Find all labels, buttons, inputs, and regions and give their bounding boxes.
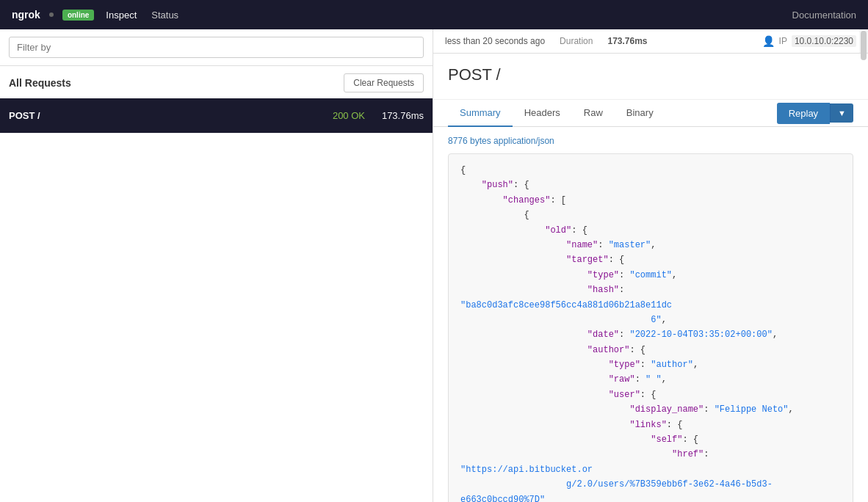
duration-label: Duration [560,36,593,46]
request-duration: 173.76ms [365,110,424,121]
request-status: 200 OK [314,110,365,121]
navbar: ngrok online Inspect Status Documentatio… [0,0,868,29]
scrollbar-thumb [861,31,867,60]
requests-header: All Requests Clear Requests [0,66,433,98]
clear-requests-button[interactable]: Clear Requests [344,73,424,92]
tab-raw[interactable]: Raw [572,100,615,127]
replay-dropdown-button[interactable]: ▼ [830,103,853,123]
replay-button[interactable]: Replay [777,103,830,124]
navbar-documentation-link[interactable]: Documentation [792,10,856,21]
navbar-status-link[interactable]: Status [148,10,181,21]
tab-headers[interactable]: Headers [513,100,572,127]
duration-value: 173.76ms [607,36,647,46]
ip-value: 10.0.10.0:2230 [792,35,856,47]
tabs-row: Summary Headers Raw Binary Replay ▼ [433,100,868,127]
filter-bar [0,29,433,66]
request-list: POST / 200 OK 173.76ms [0,98,433,502]
request-item[interactable]: POST / 200 OK 173.76ms [0,98,433,134]
right-scrollbar[interactable] [859,29,868,53]
right-panel: less than 20 seconds ago Duration 173.76… [433,29,868,502]
request-method: POST / [9,110,53,121]
request-detail: POST / [433,54,868,100]
tab-summary[interactable]: Summary [448,100,513,127]
tab-binary[interactable]: Binary [615,100,665,127]
navbar-dot [49,12,54,17]
json-viewer: { "push": { "changes": [ { "old": { "nam… [448,153,853,502]
replay-btn-container: Replay ▼ [777,103,853,124]
ip-section: 👤 IP 10.0.10.0:2230 [762,35,856,47]
user-icon: 👤 [762,35,775,47]
content-area[interactable]: 8776 bytes application/json { "push": { … [433,127,868,502]
content-meta: 8776 bytes application/json [448,136,853,146]
filter-input[interactable] [9,37,424,58]
requests-title: All Requests [9,77,71,89]
left-panel: All Requests Clear Requests POST / 200 O… [0,29,433,502]
request-timestamp: less than 20 seconds ago [445,36,545,46]
online-badge: online [62,10,94,21]
navbar-brand: ngrok [12,9,40,21]
main-layout: All Requests Clear Requests POST / 200 O… [0,29,868,502]
navbar-inspect-link[interactable]: Inspect [103,10,140,21]
request-title: POST / [448,65,853,84]
request-info-bar: less than 20 seconds ago Duration 173.76… [433,29,868,54]
ip-label: IP [779,36,787,46]
